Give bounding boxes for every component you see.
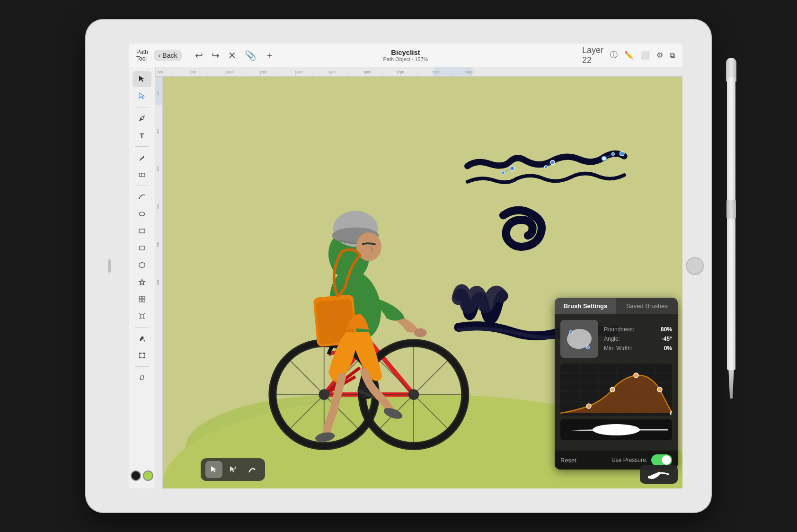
svg-point-127	[657, 387, 662, 392]
rounded-rect-tool[interactable]	[133, 240, 151, 256]
separator-4	[135, 327, 149, 328]
svg-marker-8	[139, 279, 145, 285]
pressure-curve[interactable]	[560, 364, 672, 416]
polygon-tool[interactable]	[133, 257, 151, 273]
rect-tool[interactable]	[133, 223, 151, 239]
text-tool[interactable]: T	[133, 127, 151, 143]
svg-text:+: +	[234, 466, 237, 470]
apple-pencil	[723, 58, 739, 399]
svg-line-17	[143, 318, 145, 319]
svg-rect-13	[141, 314, 143, 318]
svg-text:1600: 1600	[328, 71, 336, 74]
svg-rect-10	[142, 296, 145, 299]
control-dot-1[interactable]	[569, 330, 573, 334]
svg-marker-7	[139, 262, 145, 268]
side-button[interactable]	[108, 259, 111, 273]
horizontal-ruler: 600 800 1000 1200 1400 1600 1800 2000 22…	[155, 67, 682, 77]
ellipse-tool[interactable]	[133, 206, 151, 222]
svg-line-18	[144, 340, 145, 341]
perspective-tool[interactable]	[133, 308, 151, 324]
layers-button[interactable]: ⧉	[670, 51, 675, 60]
svg-text:1200: 1200	[259, 71, 267, 74]
use-pressure-label: Use Pressure:	[611, 457, 647, 463]
settings-button[interactable]: ⚙	[656, 51, 663, 60]
svg-rect-9	[139, 296, 142, 299]
grid-tool[interactable]	[133, 291, 151, 307]
svg-text:300: 300	[157, 166, 159, 171]
svg-text:600: 600	[158, 71, 163, 74]
green-swatch[interactable]	[143, 470, 153, 481]
brush-panel: Brush Settings Saved Brushes	[555, 298, 678, 470]
svg-rect-5	[139, 229, 145, 233]
brush-shape-preview[interactable]	[560, 320, 598, 358]
curve-tool[interactable]	[133, 189, 151, 205]
add-point-btn[interactable]: +	[224, 461, 241, 478]
ipad-screen: Path Tool ‹ Back ↩ ↪ ✕ 📎 ＋ Bicyclist Pat…	[129, 44, 682, 488]
top-bar-right: Layer 22 ⓘ ✏️ ⬜ ⚙ ⧉	[588, 45, 682, 65]
min-width-row: Min. Width: 0%	[604, 345, 672, 352]
pen-tool[interactable]	[133, 110, 151, 126]
direct-select-tool[interactable]	[133, 88, 151, 104]
back-button[interactable]: ‹ Back	[154, 50, 182, 61]
svg-rect-55	[434, 67, 472, 77]
brush-tool[interactable]	[133, 150, 151, 166]
svg-point-124	[586, 404, 591, 408]
svg-rect-21	[143, 353, 145, 354]
saved-brushes-tab[interactable]: Saved Brushes	[616, 298, 678, 314]
pencil-body	[727, 77, 735, 370]
use-pressure-toggle[interactable]	[651, 454, 672, 466]
select-point-btn[interactable]	[205, 461, 222, 478]
top-bar-left: Path Tool ‹ Back ↩ ↪ ✕ 📎 ＋	[129, 49, 223, 62]
roundness-label: Roundness:	[604, 326, 634, 333]
info-button[interactable]: ⓘ	[610, 50, 618, 60]
select-tool[interactable]	[133, 71, 151, 87]
path-btn[interactable]	[243, 461, 260, 478]
pencil-tip	[728, 370, 735, 399]
redo-button[interactable]: ↪	[212, 50, 220, 61]
svg-point-84	[319, 389, 329, 400]
reset-button[interactable]: Reset	[560, 457, 576, 464]
angle-row: Angle: -45°	[604, 336, 672, 342]
brush-tool-button[interactable]	[640, 465, 678, 484]
erase-tool[interactable]	[133, 167, 151, 183]
separator-5	[135, 366, 149, 367]
canvas-area: + Brush Settings Saved Brushes	[163, 77, 682, 488]
svg-point-110	[611, 152, 615, 156]
color-swatch-row	[131, 470, 153, 481]
svg-rect-63	[155, 77, 163, 105]
svg-text:1000: 1000	[226, 71, 234, 74]
svg-point-2	[140, 118, 142, 120]
svg-text:800: 800	[191, 71, 196, 74]
star-tool[interactable]	[133, 274, 151, 290]
separator-3	[135, 186, 149, 186]
toggle-knob	[662, 455, 671, 465]
svg-line-15	[143, 313, 145, 314]
color-swatches	[131, 470, 153, 481]
brush-settings-tab[interactable]: Brush Settings	[555, 298, 616, 314]
ruler-button[interactable]: ✏️	[624, 51, 634, 60]
undo-button[interactable]: ↩	[195, 50, 203, 61]
svg-point-104	[620, 151, 624, 156]
black-swatch[interactable]	[131, 470, 141, 481]
svg-marker-1	[139, 93, 144, 99]
svg-rect-6	[139, 246, 145, 250]
vertical-ruler: 100 200 300 400 500 600	[155, 77, 163, 488]
svg-rect-12	[142, 300, 145, 302]
min-width-label: Min. Width:	[604, 345, 632, 352]
svg-point-109	[544, 165, 548, 168]
svg-point-4	[139, 212, 145, 216]
transform-tool[interactable]	[133, 347, 151, 364]
canvas-background: + Brush Settings Saved Brushes	[163, 77, 682, 488]
shear-tool[interactable]	[133, 370, 151, 386]
brush-panel-body: Roundness: 80% Angle: -45° Min. Width: 0…	[555, 314, 678, 451]
svg-point-92	[414, 328, 427, 337]
top-bar: Path Tool ‹ Back ↩ ↪ ✕ 📎 ＋ Bicyclist Pat…	[129, 44, 682, 67]
fill-tool[interactable]	[133, 330, 151, 346]
control-dot-2[interactable]	[586, 346, 590, 349]
page-button[interactable]: ⬜	[640, 51, 650, 60]
svg-text:200: 200	[157, 128, 159, 133]
document-title: Bicyclist	[223, 48, 588, 56]
brush-panel-tabs: Brush Settings Saved Brushes	[555, 298, 678, 314]
home-button[interactable]	[686, 257, 704, 275]
svg-marker-24	[140, 376, 144, 380]
